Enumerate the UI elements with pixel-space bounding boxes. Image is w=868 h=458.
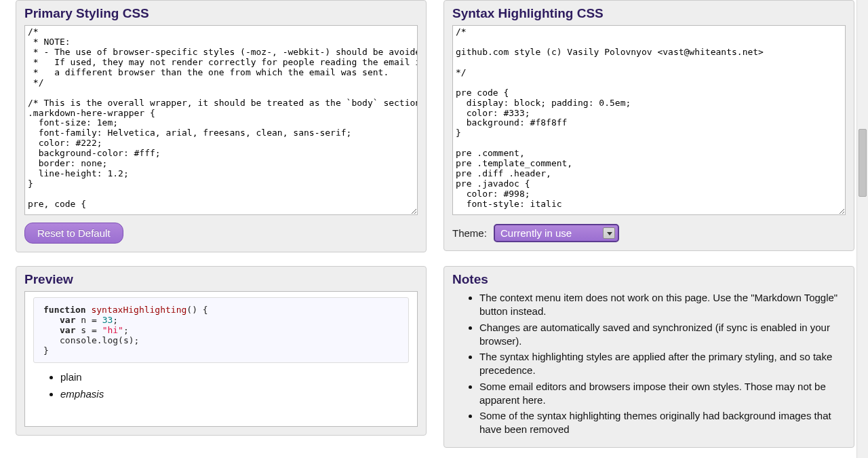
code-text: console.log(s); xyxy=(60,335,139,345)
scrollbar-thumb[interactable] xyxy=(859,129,867,197)
preview-box[interactable]: function syntaxHighlighting() { var n = … xyxy=(24,291,418,427)
primary-css-textarea[interactable] xyxy=(24,25,418,215)
code-text: ; xyxy=(113,315,118,325)
code-text: ; xyxy=(123,325,129,335)
page-scrollbar[interactable] xyxy=(856,0,868,458)
code-str: "hi" xyxy=(102,325,123,335)
notes-panel: Notes The context menu item does not wor… xyxy=(443,266,854,448)
code-text: s = xyxy=(75,325,102,335)
list-item: The context menu item does not work on t… xyxy=(479,291,846,319)
reset-to-default-button[interactable]: Reset to Default xyxy=(24,223,123,244)
theme-label: Theme: xyxy=(452,227,487,239)
primary-css-title: Primary Styling CSS xyxy=(24,6,418,21)
list-item: Changes are automatically saved and sync… xyxy=(479,321,846,349)
code-text: n = xyxy=(75,315,102,325)
preview-bullets: plain emphasis xyxy=(33,371,409,400)
syntax-css-panel: Syntax Highlighting CSS Theme: Currently… xyxy=(443,0,854,251)
code-kw: function xyxy=(43,305,86,315)
notes-list: The context menu item does not work on t… xyxy=(452,291,846,437)
syntax-css-title: Syntax Highlighting CSS xyxy=(452,6,846,21)
code-text: } xyxy=(43,345,49,356)
theme-row: Theme: Currently in use xyxy=(452,224,846,242)
code-kw: var xyxy=(60,315,75,325)
code-num: 33 xyxy=(102,315,113,325)
code-kw: var xyxy=(60,325,75,335)
list-item: Some of the syntax highlighting themes o… xyxy=(479,409,846,437)
code-fn: syntaxHighlighting xyxy=(91,305,186,315)
list-item: emphasis xyxy=(60,388,409,400)
list-item: plain xyxy=(60,371,409,383)
preview-code-block: function syntaxHighlighting() { var n = … xyxy=(33,297,409,363)
list-item: Some email editors and browsers impose t… xyxy=(479,380,846,408)
primary-css-panel: Primary Styling CSS Reset to Default xyxy=(16,0,427,252)
code-text: () { xyxy=(186,305,208,315)
syntax-css-textarea[interactable] xyxy=(452,25,846,215)
theme-select[interactable]: Currently in use xyxy=(494,224,619,242)
notes-title: Notes xyxy=(452,272,846,287)
preview-title: Preview xyxy=(24,272,418,287)
theme-selected-value: Currently in use xyxy=(500,227,572,239)
preview-panel: Preview function syntaxHighlighting() { … xyxy=(16,266,427,436)
list-item: The syntax highlighting styles are appli… xyxy=(479,350,846,378)
